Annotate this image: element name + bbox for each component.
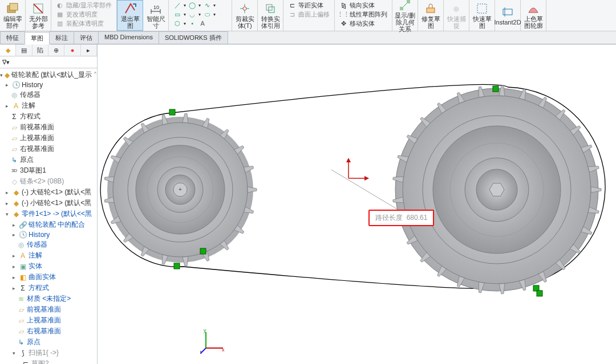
property-tab[interactable]: ▤ (16, 44, 32, 56)
tree-mates[interactable]: ▸🔗链轮装配 中的配合 (0, 219, 97, 230)
sketch-tool-row2[interactable]: ▭▾ ◡▾ ⬭▾ (171, 10, 229, 19)
mates-icon: 🔗 (19, 221, 27, 229)
tree-p-surface[interactable]: ▸◧曲面实体 (0, 272, 97, 283)
dropdown-icon: ▾ (184, 19, 186, 28)
part-icon: ◆ (12, 210, 20, 218)
pattern-icon: ⋮⋮ (339, 11, 347, 19)
svg-rect-1 (10, 3, 18, 10)
quick-sketch-label: 快速草图 (471, 15, 493, 29)
mirror-btn[interactable]: ⧎镜向实体 (337, 1, 390, 10)
assembly-transparency-btn[interactable]: ▥装配体透明度 (54, 19, 114, 28)
offset-entities-btn[interactable]: ⊏等距实体 (286, 1, 332, 10)
dropdown-icon: ▾ (198, 10, 201, 19)
repair-sketch-button[interactable]: 修复草图 (418, 0, 444, 31)
tree-right-plane[interactable]: ▱右视基准面 (0, 144, 97, 154)
exit-sketch-button[interactable]: 退出草图 (117, 0, 143, 31)
sketch-tool-row1[interactable]: ／▾ ◯▾ ∿▾ (171, 1, 229, 10)
command-tabs: 特征 草图 标注 评估 MBD Dimensions SOLIDWORKS 插件 (0, 31, 616, 44)
tree-p-material[interactable]: ≋材质 <未指定> (0, 293, 97, 304)
instant2d-button[interactable]: Instant2D (495, 0, 521, 31)
svg-rect-14 (427, 8, 435, 13)
tree-p-origin[interactable]: ↳原点 (0, 337, 97, 347)
tree-p-history[interactable]: ▸🕓History (0, 230, 97, 239)
tree-top-plane[interactable]: ▱上视基准面 (0, 133, 97, 144)
quick-snap-label: 快速捕捉 (445, 15, 468, 29)
edit-part-button[interactable]: 编辑零部件 (0, 0, 26, 31)
dropdown-icon: ▾ (198, 1, 201, 10)
tree-p-solid[interactable]: ▸▣实体 (0, 261, 97, 272)
tree-3d-sketch[interactable]: 3D3D草图1 (0, 165, 97, 176)
svg-rect-90 (169, 109, 175, 115)
tab-evaluate[interactable]: 评估 (74, 31, 99, 44)
move-entities-btn[interactable]: ✥移动实体 (337, 19, 390, 28)
tree-equations[interactable]: Σ方程式 (0, 111, 97, 122)
surface-offset-btn[interactable]: ⊐曲面上偏移 (286, 10, 332, 19)
sweep-icon: ⟆ (19, 349, 27, 357)
config-tab[interactable]: 陷 (33, 44, 48, 56)
tab-sketch[interactable]: 草图 (25, 32, 50, 44)
hide-show-icon: ◐ (56, 2, 64, 10)
hide-show-btn[interactable]: ◐隐藏/显示零部件 (54, 1, 114, 10)
fm-tree-tab[interactable]: ◆ (0, 44, 16, 56)
tree-big-sprocket[interactable]: ▸◆(-) 大链轮<1> (默认<黑 (0, 187, 97, 198)
polygon-icon: ⬡ (173, 20, 181, 28)
sensor-icon: ◎ (10, 91, 18, 99)
no-external-ref-label: 无外部参考 (27, 15, 50, 29)
view-triad: y x z (200, 329, 225, 354)
no-external-ref-button[interactable]: 无外部参考 (26, 0, 51, 31)
tree-part1[interactable]: ▾◆零件1<1> -> (默认<<黑 (0, 208, 97, 219)
tree-sensors[interactable]: ◎传感器 (0, 89, 97, 100)
tree-small-sprocket[interactable]: ▸◆(-) 小链轮<1> (默认<黑 (0, 198, 97, 208)
trim-button[interactable]: 剪裁实体(T) (232, 0, 258, 31)
graphics-viewport[interactable]: + (98, 44, 616, 364)
show-relations-label: 显示/删除几何关系 (394, 12, 416, 32)
tree-history[interactable]: ▸🕓History (0, 80, 97, 89)
tree-chain[interactable]: ◇链条<2> (08B) (0, 176, 97, 187)
change-transparency-btn[interactable]: ▦更改透明度 (54, 10, 114, 19)
part-icon: ◇ (10, 178, 18, 186)
dimxpert-tab[interactable]: ⊕ (48, 44, 64, 56)
svg-line-3 (34, 4, 43, 13)
svg-rect-12 (400, 7, 403, 10)
surface-offset-icon: ⊐ (288, 11, 296, 19)
exit-sketch-label: 退出草图 (119, 15, 141, 29)
convert-entities-button[interactable]: 转换实体引用 (258, 0, 283, 31)
tree-p-right[interactable]: ▱右视基准面 (0, 326, 97, 337)
tab-mbd[interactable]: MBD Dimensions (98, 31, 159, 44)
tree-front-plane[interactable]: ▱前视基准面 (0, 122, 97, 133)
expand-tab[interactable]: ▸ (81, 44, 97, 56)
mirror-icon: ⧎ (339, 2, 347, 10)
path-length-callout[interactable]: 路径长度 680.61 (368, 210, 434, 226)
sketch-tool-row3[interactable]: ⬡▾ • A (171, 19, 229, 28)
tab-addins[interactable]: SOLIDWORKS 插件 (159, 31, 228, 44)
callout-label: 路径长度 (375, 214, 403, 222)
tree-sweep[interactable]: ▾⟆扫描1{ ->} (0, 347, 97, 358)
quick-snap-icon: ◎ (450, 2, 463, 15)
tab-annotate[interactable]: 标注 (49, 31, 74, 44)
display-tab[interactable]: ● (64, 44, 80, 56)
exit-sketch-icon (124, 2, 136, 15)
tree-filter[interactable]: ∇▾ (0, 56, 97, 68)
panel-tabs: ◆ ▤ 陷 ⊕ ● ▸ (0, 44, 97, 56)
tree-p-notes[interactable]: ▸A注解 (0, 250, 97, 261)
shaded-sketch-button[interactable]: 上色草图轮廓 (521, 0, 546, 31)
smart-dimension-button[interactable]: 10 智能尺寸 (143, 0, 169, 31)
visibility-group: ◐隐藏/显示零部件 ▦更改透明度 ▥装配体透明度 (51, 0, 117, 31)
tree-sk2[interactable]: ⊏草图2 (0, 358, 97, 364)
quick-sketch-button[interactable]: 快速草图 (469, 0, 495, 31)
svg-rect-15 (477, 4, 487, 13)
tree-p-equations[interactable]: ▸Σ方程式 (0, 283, 97, 293)
tab-features[interactable]: 特征 (0, 31, 25, 44)
tree-origin[interactable]: ↳原点 (0, 154, 97, 165)
linear-pattern-btn[interactable]: ⋮⋮线性草图阵列 (337, 10, 390, 19)
show-relations-button[interactable]: 显示/删除几何关系 (392, 0, 418, 31)
svg-rect-16 (503, 9, 512, 15)
tree-p-front[interactable]: ▱前视基准面 (0, 304, 97, 315)
tree-p-sensors[interactable]: ◎传感器 (0, 239, 97, 250)
tree-annotations[interactable]: ▸A注解 (0, 100, 97, 111)
dropdown-icon: ▾ (184, 10, 186, 19)
svg-marker-49 (591, 187, 601, 193)
tree-root[interactable]: ▾◆链轮装配 (默认<默认_显示˄ (0, 69, 97, 80)
transparency-icon: ▦ (56, 11, 64, 19)
tree-p-top[interactable]: ▱上视基准面 (0, 315, 97, 326)
